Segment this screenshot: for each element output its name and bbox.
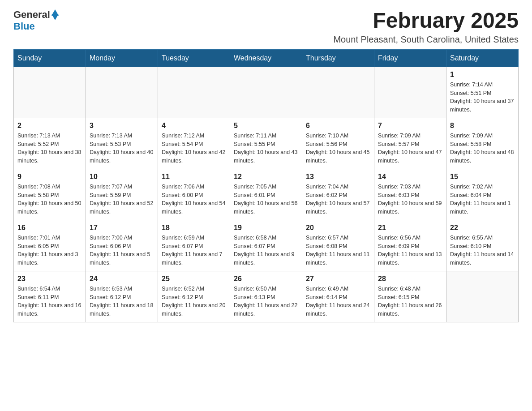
calendar-cell bbox=[446, 271, 519, 322]
day-info: Sunrise: 7:09 AM Sunset: 5:57 PM Dayligh… bbox=[378, 132, 442, 165]
day-number: 21 bbox=[378, 224, 442, 232]
calendar-cell: 15Sunrise: 7:02 AM Sunset: 6:04 PM Dayli… bbox=[446, 169, 519, 220]
calendar-cell: 4Sunrise: 7:12 AM Sunset: 5:54 PM Daylig… bbox=[158, 118, 230, 169]
day-number: 18 bbox=[162, 224, 226, 232]
day-number: 13 bbox=[306, 173, 370, 181]
weekday-header-sunday: Sunday bbox=[14, 49, 86, 67]
calendar-cell: 25Sunrise: 6:52 AM Sunset: 6:12 PM Dayli… bbox=[158, 271, 230, 322]
weekday-header-tuesday: Tuesday bbox=[158, 49, 230, 67]
day-info: Sunrise: 7:06 AM Sunset: 6:00 PM Dayligh… bbox=[162, 183, 226, 216]
day-number: 10 bbox=[90, 173, 154, 181]
calendar-cell: 24Sunrise: 6:53 AM Sunset: 6:12 PM Dayli… bbox=[86, 271, 158, 322]
weekday-header-row: SundayMondayTuesdayWednesdayThursdayFrid… bbox=[14, 49, 519, 67]
day-info: Sunrise: 7:07 AM Sunset: 5:59 PM Dayligh… bbox=[90, 183, 154, 216]
page-header: General Blue February 2025 Mount Pleasan… bbox=[13, 9, 519, 45]
day-number: 23 bbox=[17, 275, 82, 283]
day-info: Sunrise: 7:02 AM Sunset: 6:04 PM Dayligh… bbox=[450, 183, 515, 216]
calendar-cell: 22Sunrise: 6:55 AM Sunset: 6:10 PM Dayli… bbox=[446, 220, 519, 271]
day-info: Sunrise: 6:54 AM Sunset: 6:11 PM Dayligh… bbox=[17, 285, 82, 318]
logo-text-general: General bbox=[13, 9, 50, 21]
day-number: 14 bbox=[378, 173, 442, 181]
calendar-cell bbox=[86, 67, 158, 118]
calendar-cell: 20Sunrise: 6:57 AM Sunset: 6:08 PM Dayli… bbox=[302, 220, 374, 271]
calendar-cell: 28Sunrise: 6:48 AM Sunset: 6:15 PM Dayli… bbox=[374, 271, 446, 322]
calendar-cell: 8Sunrise: 7:09 AM Sunset: 5:58 PM Daylig… bbox=[446, 118, 519, 169]
day-info: Sunrise: 6:48 AM Sunset: 6:15 PM Dayligh… bbox=[378, 285, 442, 318]
day-number: 7 bbox=[378, 122, 442, 130]
logo: General Blue bbox=[13, 9, 59, 32]
day-number: 1 bbox=[450, 71, 515, 79]
calendar-cell bbox=[14, 67, 86, 118]
week-row-1: 1Sunrise: 7:14 AM Sunset: 5:51 PM Daylig… bbox=[14, 67, 519, 118]
day-number: 24 bbox=[90, 275, 154, 283]
weekday-header-wednesday: Wednesday bbox=[230, 49, 302, 67]
weekday-header-monday: Monday bbox=[86, 49, 158, 67]
day-info: Sunrise: 7:04 AM Sunset: 6:02 PM Dayligh… bbox=[306, 183, 370, 216]
logo-text-blue: Blue bbox=[13, 21, 35, 32]
weekday-header-thursday: Thursday bbox=[302, 49, 374, 67]
week-row-2: 2Sunrise: 7:13 AM Sunset: 5:52 PM Daylig… bbox=[14, 118, 519, 169]
weekday-header-saturday: Saturday bbox=[446, 49, 519, 67]
day-number: 11 bbox=[162, 173, 226, 181]
day-info: Sunrise: 7:12 AM Sunset: 5:54 PM Dayligh… bbox=[162, 132, 226, 165]
calendar-cell: 6Sunrise: 7:10 AM Sunset: 5:56 PM Daylig… bbox=[302, 118, 374, 169]
day-number: 5 bbox=[234, 122, 298, 130]
day-info: Sunrise: 7:08 AM Sunset: 5:58 PM Dayligh… bbox=[17, 183, 82, 216]
day-info: Sunrise: 6:49 AM Sunset: 6:14 PM Dayligh… bbox=[306, 285, 370, 318]
calendar-cell: 19Sunrise: 6:58 AM Sunset: 6:07 PM Dayli… bbox=[230, 220, 302, 271]
calendar-cell bbox=[230, 67, 302, 118]
calendar-cell: 13Sunrise: 7:04 AM Sunset: 6:02 PM Dayli… bbox=[302, 169, 374, 220]
weekday-header-friday: Friday bbox=[374, 49, 446, 67]
calendar-cell: 23Sunrise: 6:54 AM Sunset: 6:11 PM Dayli… bbox=[14, 271, 86, 322]
calendar-cell: 17Sunrise: 7:00 AM Sunset: 6:06 PM Dayli… bbox=[86, 220, 158, 271]
calendar-cell: 7Sunrise: 7:09 AM Sunset: 5:57 PM Daylig… bbox=[374, 118, 446, 169]
day-number: 22 bbox=[450, 224, 515, 232]
week-row-4: 16Sunrise: 7:01 AM Sunset: 6:05 PM Dayli… bbox=[14, 220, 519, 271]
day-info: Sunrise: 7:03 AM Sunset: 6:03 PM Dayligh… bbox=[378, 183, 442, 216]
day-number: 28 bbox=[378, 275, 442, 283]
calendar-cell: 3Sunrise: 7:13 AM Sunset: 5:53 PM Daylig… bbox=[86, 118, 158, 169]
calendar-cell: 14Sunrise: 7:03 AM Sunset: 6:03 PM Dayli… bbox=[374, 169, 446, 220]
day-info: Sunrise: 6:55 AM Sunset: 6:10 PM Dayligh… bbox=[450, 234, 515, 267]
page-subtitle: Mount Pleasant, South Carolina, United S… bbox=[333, 34, 519, 45]
day-info: Sunrise: 6:52 AM Sunset: 6:12 PM Dayligh… bbox=[162, 285, 226, 318]
day-number: 25 bbox=[162, 275, 226, 283]
calendar-cell: 5Sunrise: 7:11 AM Sunset: 5:55 PM Daylig… bbox=[230, 118, 302, 169]
calendar-cell: 10Sunrise: 7:07 AM Sunset: 5:59 PM Dayli… bbox=[86, 169, 158, 220]
day-info: Sunrise: 6:57 AM Sunset: 6:08 PM Dayligh… bbox=[306, 234, 370, 267]
calendar-cell bbox=[158, 67, 230, 118]
day-info: Sunrise: 7:09 AM Sunset: 5:58 PM Dayligh… bbox=[450, 132, 515, 165]
calendar-cell: 1Sunrise: 7:14 AM Sunset: 5:51 PM Daylig… bbox=[446, 67, 519, 118]
day-number: 19 bbox=[234, 224, 298, 232]
calendar-cell: 2Sunrise: 7:13 AM Sunset: 5:52 PM Daylig… bbox=[14, 118, 86, 169]
day-info: Sunrise: 7:14 AM Sunset: 5:51 PM Dayligh… bbox=[450, 81, 515, 114]
calendar-cell: 27Sunrise: 6:49 AM Sunset: 6:14 PM Dayli… bbox=[302, 271, 374, 322]
day-info: Sunrise: 6:59 AM Sunset: 6:07 PM Dayligh… bbox=[162, 234, 226, 267]
day-number: 9 bbox=[17, 173, 82, 181]
week-row-5: 23Sunrise: 6:54 AM Sunset: 6:11 PM Dayli… bbox=[14, 271, 519, 322]
page-title: February 2025 bbox=[333, 9, 519, 33]
calendar-cell: 12Sunrise: 7:05 AM Sunset: 6:01 PM Dayli… bbox=[230, 169, 302, 220]
calendar-cell: 9Sunrise: 7:08 AM Sunset: 5:58 PM Daylig… bbox=[14, 169, 86, 220]
calendar-cell bbox=[302, 67, 374, 118]
day-number: 15 bbox=[450, 173, 515, 181]
day-number: 20 bbox=[306, 224, 370, 232]
day-info: Sunrise: 6:58 AM Sunset: 6:07 PM Dayligh… bbox=[234, 234, 298, 267]
calendar-cell: 11Sunrise: 7:06 AM Sunset: 6:00 PM Dayli… bbox=[158, 169, 230, 220]
day-number: 2 bbox=[17, 122, 82, 130]
day-info: Sunrise: 7:13 AM Sunset: 5:53 PM Dayligh… bbox=[90, 132, 154, 165]
day-number: 16 bbox=[17, 224, 82, 232]
week-row-3: 9Sunrise: 7:08 AM Sunset: 5:58 PM Daylig… bbox=[14, 169, 519, 220]
calendar-table: SundayMondayTuesdayWednesdayThursdayFrid… bbox=[13, 49, 519, 322]
day-info: Sunrise: 6:53 AM Sunset: 6:12 PM Dayligh… bbox=[90, 285, 154, 318]
day-number: 4 bbox=[162, 122, 226, 130]
title-block: February 2025 Mount Pleasant, South Caro… bbox=[333, 9, 519, 45]
calendar-cell: 18Sunrise: 6:59 AM Sunset: 6:07 PM Dayli… bbox=[158, 220, 230, 271]
day-info: Sunrise: 7:00 AM Sunset: 6:06 PM Dayligh… bbox=[90, 234, 154, 267]
day-number: 3 bbox=[90, 122, 154, 130]
day-number: 17 bbox=[90, 224, 154, 232]
day-info: Sunrise: 7:01 AM Sunset: 6:05 PM Dayligh… bbox=[17, 234, 82, 267]
day-number: 8 bbox=[450, 122, 515, 130]
day-info: Sunrise: 7:13 AM Sunset: 5:52 PM Dayligh… bbox=[17, 132, 82, 165]
day-number: 12 bbox=[234, 173, 298, 181]
